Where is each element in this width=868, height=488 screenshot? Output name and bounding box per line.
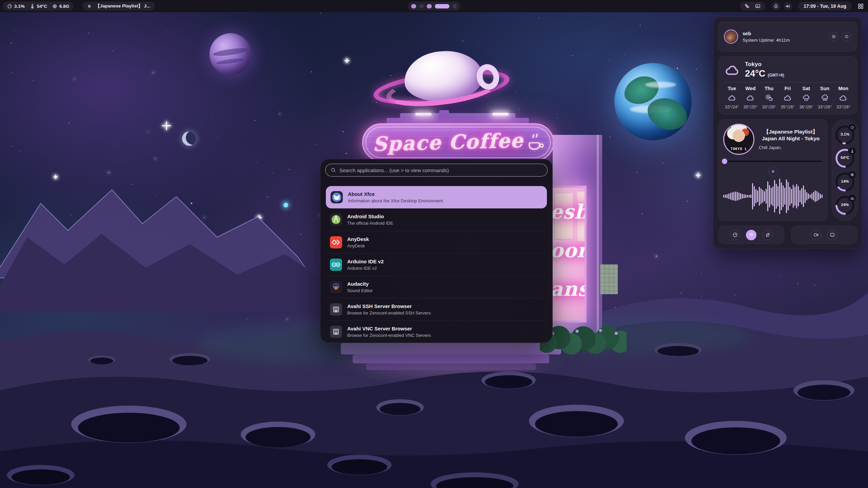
avatar — [724, 29, 738, 44]
phone-link-icon[interactable] — [745, 3, 750, 9]
profile-power-saver-button[interactable] — [762, 230, 773, 240]
workspace-dot-3[interactable] — [427, 4, 432, 8]
app-description: Arduino IDE v2 — [347, 266, 384, 271]
workspace-switcher[interactable] — [408, 2, 460, 11]
xfce-icon — [331, 191, 343, 203]
now-playing-label: 【Japanese Playlist】 J... — [95, 3, 150, 9]
capture-card — [791, 226, 857, 244]
settings-button[interactable] — [829, 32, 839, 41]
forecast-day-label: Sat — [802, 86, 810, 91]
gauge-value: 54°C — [835, 156, 855, 160]
workspace-dot-4[interactable] — [435, 4, 450, 8]
tray-pill[interactable] — [740, 2, 765, 11]
forecast-temps: 35°/26° — [781, 105, 794, 109]
app-row[interactable]: Avahi VNC Server BrowserBrowse for Zeroc… — [325, 320, 548, 343]
forecast-day-label: Mon — [838, 86, 848, 91]
stat-cpu-temp: 54°C — [30, 4, 47, 9]
app-description: The official Android IDE — [347, 221, 393, 226]
cloud-icon — [839, 94, 848, 102]
control-panel: seb System Uptime: 4h11m Tokyo 24°C (GMT… — [713, 17, 862, 249]
gauge-memory-usage: 14% — [835, 172, 855, 192]
showers-icon — [821, 94, 829, 102]
app-row[interactable]: AnyDeskAnyDesk — [325, 231, 548, 253]
track-artist: Chill Japan. — [759, 145, 823, 150]
notifications-button[interactable] — [772, 2, 781, 11]
app-row[interactable]: AudacitySound Editor — [325, 276, 548, 298]
app-row[interactable]: Arduino IDE v2Arduino IDE v2 — [325, 253, 548, 276]
wallpaper-icon[interactable] — [755, 3, 761, 9]
app-row[interactable]: About XfceInformation about the Xfce Des… — [326, 186, 547, 208]
forecast-temps: 33°/26° — [762, 105, 776, 109]
seek-bar[interactable] — [723, 159, 823, 164]
bell-icon — [773, 4, 778, 9]
speaker-icon — [785, 4, 790, 9]
chip-icon — [848, 171, 856, 179]
speedometer-icon — [7, 4, 12, 9]
android-studio-icon — [330, 214, 342, 226]
power-profile-card — [718, 226, 784, 244]
app-row[interactable]: Avahi SSH Server BrowserBrowse for Zeroc… — [325, 298, 548, 320]
cloud-icon — [783, 94, 792, 102]
now-playing-pill[interactable]: 【Japanese Playlist】 J... — [82, 2, 155, 11]
track-title: 【Japanese Playlist】 Japan All Night - To… — [759, 128, 823, 142]
screenshot-icon — [830, 232, 835, 238]
forecast-day: Sun33°/26° — [818, 86, 832, 109]
forecast-day-label: Sun — [820, 86, 829, 91]
album-art-text: TOKYO L — [724, 147, 753, 151]
weather-temperature: 24°C — [745, 68, 765, 79]
forecast-temps: 36°/26° — [799, 105, 813, 109]
app-description: Sound Editor — [347, 288, 373, 293]
audio-visualizer — [723, 178, 823, 215]
media-player-widget: TOKYO L 【Japanese Playlist】 Japan All Ni… — [718, 119, 828, 221]
network-icon — [330, 326, 342, 338]
forecast-temps: 33°/26° — [836, 105, 850, 109]
screen-record-button[interactable] — [811, 230, 821, 240]
weather-timezone: (GMT+9) — [768, 73, 784, 78]
seek-knob[interactable] — [722, 159, 727, 164]
leaf-icon — [765, 232, 770, 238]
network-icon — [330, 303, 342, 316]
app-title: Avahi SSH Server Browser — [347, 303, 431, 309]
volume-button[interactable] — [784, 2, 792, 11]
workspace-dot-1[interactable] — [411, 4, 416, 8]
power-button[interactable] — [842, 32, 851, 41]
forecast-day: Mon33°/26° — [836, 86, 850, 109]
username: seb — [743, 31, 829, 36]
user-card: seb System Uptime: 4h11m — [718, 22, 857, 52]
forecast-temps: 33°/24° — [725, 105, 739, 109]
forecast-day: Thu33°/26° — [762, 86, 776, 109]
anydesk-icon — [330, 236, 342, 248]
clock[interactable]: 17:09 - Tue, 19 Aug — [798, 2, 852, 11]
search-bar[interactable] — [325, 164, 548, 177]
system-uptime: System Uptime: 4h11m — [743, 38, 829, 43]
workspace-dot-2[interactable] — [419, 4, 424, 8]
cloud-icon — [724, 62, 741, 78]
system-gauges: 3.1%54°C14%24% — [832, 119, 858, 221]
forecast-day-label: Fri — [785, 86, 791, 91]
gauge-disk-usage: 24% — [835, 196, 855, 215]
app-title: Android Studio — [347, 214, 393, 219]
forecast-temps: 35°/25° — [744, 105, 757, 109]
app-row[interactable]: Android StudioThe official Android IDE — [325, 208, 548, 231]
app-launcher: About XfceInformation about the Xfce Des… — [320, 159, 553, 343]
weather-city: Tokyo — [745, 61, 784, 68]
stat-memory-usage: 6.8G — [52, 4, 69, 9]
apps-grid-icon[interactable] — [857, 3, 864, 9]
seek-track — [724, 161, 822, 162]
weather-widget: Tokyo 24°C (GMT+9) Tue33°/24°Wed35°/25°T… — [718, 56, 857, 115]
gear-icon — [831, 34, 836, 39]
screenshot-button[interactable] — [827, 230, 837, 240]
workspace-dot-5[interactable] — [453, 4, 457, 8]
app-list: About XfceInformation about the Xfce Des… — [325, 186, 548, 343]
pause-button[interactable] — [768, 166, 778, 177]
profile-performance-button[interactable] — [730, 230, 740, 240]
forecast-day-label: Tue — [728, 86, 736, 91]
app-title: About Xfce — [348, 191, 443, 197]
cloud-icon — [728, 94, 736, 102]
video-camera-icon — [813, 232, 819, 238]
search-input[interactable] — [339, 167, 542, 173]
gauge-value: 24% — [835, 203, 855, 207]
profile-balanced-button[interactable] — [746, 230, 756, 240]
app-title: Avahi VNC Server Browser — [347, 326, 431, 331]
app-title: Audacity — [347, 281, 373, 287]
